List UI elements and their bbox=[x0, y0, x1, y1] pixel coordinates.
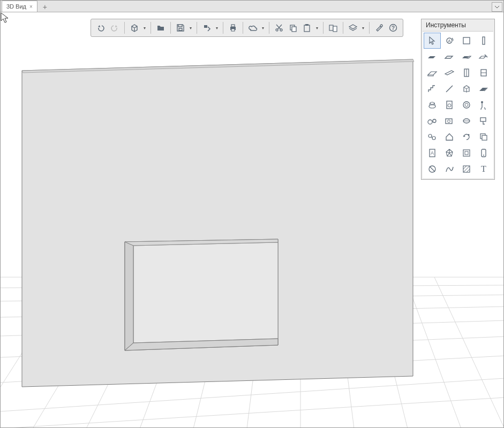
svg-rect-43 bbox=[463, 37, 470, 44]
tab-label: 3D Вид bbox=[6, 3, 26, 10]
svg-rect-74 bbox=[463, 150, 470, 156]
svg-point-59 bbox=[428, 120, 432, 124]
tool-window[interactable] bbox=[475, 65, 492, 81]
export-button[interactable] bbox=[200, 21, 213, 34]
tool-group[interactable] bbox=[424, 129, 441, 145]
tool-library[interactable] bbox=[458, 145, 475, 161]
new-box-dropdown[interactable]: ▾ bbox=[142, 26, 147, 30]
tool-curve[interactable] bbox=[441, 161, 458, 177]
tool-hatch[interactable] bbox=[458, 161, 475, 177]
paste-special-button[interactable] bbox=[327, 21, 340, 34]
svg-rect-37 bbox=[333, 26, 337, 32]
svg-marker-23 bbox=[133, 242, 278, 343]
close-icon[interactable]: × bbox=[29, 4, 33, 10]
tool-extrude-2[interactable] bbox=[475, 81, 492, 97]
tab-dropdown-button[interactable] bbox=[492, 2, 502, 12]
svg-line-18 bbox=[434, 277, 503, 427]
cut-button[interactable] bbox=[273, 21, 285, 34]
tool-wall-3[interactable] bbox=[458, 49, 475, 65]
svg-point-62 bbox=[448, 120, 450, 123]
svg-point-56 bbox=[463, 102, 470, 108]
tools-panel: Инструменты A A bbox=[421, 19, 495, 180]
tool-dimension[interactable] bbox=[424, 161, 441, 177]
tool-revolve[interactable] bbox=[424, 97, 441, 113]
svg-point-58 bbox=[481, 101, 483, 103]
settings-button[interactable] bbox=[373, 21, 386, 34]
svg-text:A: A bbox=[448, 39, 451, 43]
tool-wall-1[interactable] bbox=[424, 49, 441, 65]
cloud-button[interactable] bbox=[246, 21, 259, 34]
tool-stair[interactable] bbox=[424, 81, 441, 97]
tool-wall-2[interactable] bbox=[441, 49, 458, 65]
svg-point-60 bbox=[433, 119, 436, 123]
tool-select[interactable] bbox=[424, 33, 441, 49]
tool-rotate-view[interactable]: A bbox=[441, 33, 458, 49]
cloud-dropdown[interactable]: ▾ bbox=[260, 26, 266, 30]
tool-light[interactable] bbox=[458, 113, 475, 129]
new-box-button[interactable] bbox=[128, 21, 141, 34]
tool-sound[interactable] bbox=[475, 97, 492, 113]
svg-rect-65 bbox=[480, 118, 486, 121]
svg-rect-75 bbox=[465, 151, 468, 155]
tool-wall-edit[interactable] bbox=[475, 49, 492, 65]
copy-button[interactable] bbox=[287, 21, 299, 34]
save-button[interactable] bbox=[174, 21, 187, 34]
svg-line-53 bbox=[434, 103, 435, 106]
help-button[interactable]: ? bbox=[387, 21, 400, 34]
tool-camera[interactable] bbox=[441, 113, 458, 129]
svg-rect-34 bbox=[304, 25, 310, 32]
tool-sync[interactable] bbox=[458, 129, 475, 145]
export-dropdown[interactable]: ▾ bbox=[214, 26, 220, 30]
main-toolbar: ▾ ▾ ▾ ▾ ▾ ▾ ? bbox=[91, 19, 403, 37]
tool-device[interactable] bbox=[475, 145, 492, 161]
tool-polyhedron[interactable] bbox=[441, 145, 458, 161]
svg-rect-35 bbox=[305, 24, 309, 26]
svg-line-52 bbox=[429, 103, 430, 106]
tool-home[interactable] bbox=[441, 129, 458, 145]
save-dropdown[interactable]: ▾ bbox=[188, 26, 193, 30]
tool-text[interactable]: T bbox=[475, 161, 492, 177]
tool-plane[interactable] bbox=[458, 33, 475, 49]
tools-panel-title: Инструменты bbox=[422, 19, 494, 31]
tool-pipe[interactable] bbox=[458, 97, 475, 113]
tool-column[interactable] bbox=[475, 33, 492, 49]
paste-dropdown[interactable]: ▾ bbox=[314, 26, 320, 30]
svg-point-50 bbox=[429, 105, 435, 108]
svg-line-79 bbox=[430, 166, 435, 172]
tool-wheels[interactable] bbox=[424, 113, 441, 129]
paste-button[interactable] bbox=[300, 21, 313, 34]
tool-slab[interactable] bbox=[424, 65, 441, 81]
tool-stack[interactable] bbox=[475, 129, 492, 145]
svg-rect-54 bbox=[447, 101, 452, 109]
tool-beam[interactable] bbox=[441, 65, 458, 81]
tool-door[interactable] bbox=[458, 65, 475, 81]
svg-text:A: A bbox=[431, 150, 434, 156]
new-tab-button[interactable]: + bbox=[40, 2, 50, 12]
tool-paint[interactable] bbox=[475, 113, 492, 129]
svg-rect-33 bbox=[292, 27, 296, 32]
open-button[interactable] bbox=[154, 21, 167, 34]
print-button[interactable] bbox=[227, 21, 239, 34]
svg-line-49 bbox=[446, 86, 453, 92]
redo-button[interactable] bbox=[108, 21, 121, 34]
layers-button[interactable] bbox=[347, 21, 359, 34]
svg-rect-28 bbox=[231, 25, 235, 27]
svg-point-77 bbox=[483, 155, 484, 156]
svg-point-67 bbox=[432, 136, 435, 140]
svg-line-8 bbox=[1, 398, 503, 427]
tool-line[interactable] bbox=[441, 81, 458, 97]
chevron-down-icon bbox=[495, 5, 499, 9]
svg-rect-61 bbox=[446, 119, 452, 124]
tool-material[interactable]: A bbox=[424, 145, 441, 161]
svg-point-69 bbox=[468, 134, 470, 136]
svg-point-51 bbox=[430, 102, 434, 104]
tab-3d-view[interactable]: 3D Вид × bbox=[2, 1, 37, 12]
tool-extrude-1[interactable] bbox=[458, 81, 475, 97]
svg-point-57 bbox=[465, 103, 468, 106]
svg-line-17 bbox=[405, 277, 461, 427]
tool-appliance[interactable] bbox=[441, 97, 458, 113]
undo-button[interactable] bbox=[94, 21, 107, 34]
svg-point-55 bbox=[448, 104, 451, 107]
layers-dropdown[interactable]: ▾ bbox=[360, 26, 366, 30]
svg-point-38 bbox=[380, 25, 382, 27]
